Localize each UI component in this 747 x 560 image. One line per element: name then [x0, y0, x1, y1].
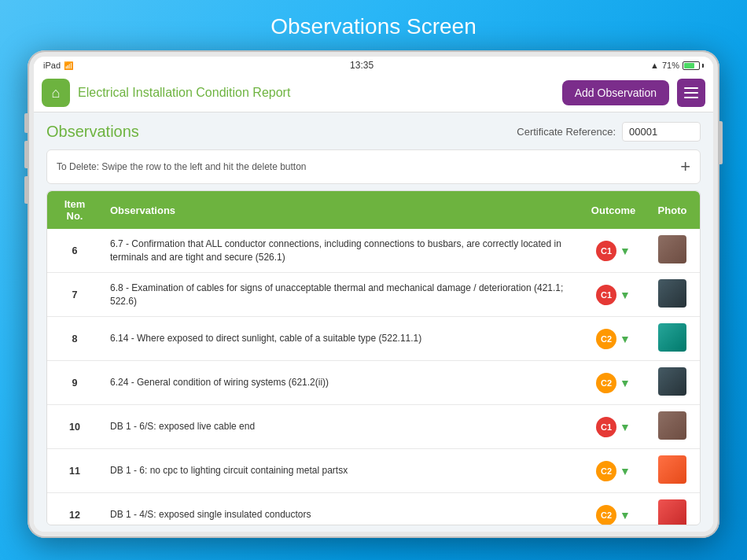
photo-thumbnail[interactable] [658, 235, 686, 263]
add-row-button[interactable]: + [680, 157, 690, 177]
outcome-dropdown-arrow[interactable]: ▼ [620, 421, 631, 433]
outcome-badge: C2 [596, 373, 616, 393]
table-row[interactable]: 12DB 1 - 4/S: exposed single insulated c… [47, 493, 700, 526]
cert-ref-input[interactable] [622, 122, 701, 142]
outcome-cell: C2▼ [590, 461, 637, 481]
outcome-badge: C2 [596, 329, 616, 349]
wifi-icon: 📶 [64, 61, 73, 70]
outcome-cell: C1▼ [590, 285, 637, 305]
outcome-dropdown-arrow[interactable]: ▼ [620, 245, 631, 257]
battery-indicator [683, 61, 704, 70]
cell-photo[interactable] [645, 229, 700, 273]
battery-percent: 71% [662, 61, 679, 70]
ipad-screen: iPad 📶 13:35 ▲ 71% ⌂ Electrical Installa [34, 57, 713, 532]
cell-outcome: C1▼ [582, 273, 645, 317]
outcome-dropdown-arrow[interactable]: ▼ [620, 509, 631, 521]
outcome-cell: C2▼ [590, 329, 637, 349]
photo-thumbnail[interactable] [658, 279, 686, 308]
cell-item-num: 12 [47, 493, 102, 526]
menu-icon-line1 [684, 87, 698, 89]
mute-button [24, 176, 28, 204]
home-icon: ⌂ [52, 85, 61, 101]
status-right: ▲ 71% [650, 61, 704, 70]
menu-icon-line2 [684, 92, 698, 94]
photo-thumbnail[interactable] [658, 499, 686, 525]
table-row[interactable]: 76.8 - Examination of cables for signs o… [47, 273, 700, 317]
cell-observation: 6.7 - Confirmation that ALL conductor co… [102, 229, 582, 273]
cell-observation: DB 1 - 6/S: exposed live cable end [102, 405, 582, 449]
table-row[interactable]: 66.7 - Confirmation that ALL conductor c… [47, 229, 700, 273]
cell-photo[interactable] [645, 405, 700, 449]
table-row[interactable]: 86.14 - Where exposed to direct sunlight… [47, 317, 700, 361]
content-area: Observations Certificate Reference: To D… [34, 112, 713, 532]
volume-up-button [24, 113, 28, 133]
observations-heading: Observations [46, 123, 139, 141]
menu-button[interactable] [677, 79, 705, 107]
col-header-item: Item No. [47, 191, 102, 229]
outcome-cell: C2▼ [590, 373, 637, 393]
cell-photo[interactable] [645, 449, 700, 493]
observations-table: Item No. Observations Outcome Photo 66.7… [47, 191, 700, 525]
home-button[interactable]: ⌂ [42, 79, 70, 107]
observations-table-wrapper: Item No. Observations Outcome Photo 66.7… [46, 190, 701, 525]
battery-body [683, 61, 700, 70]
outcome-badge: C1 [596, 241, 616, 261]
table-row[interactable]: 11DB 1 - 6: no cpc to lighting circuit c… [47, 449, 700, 493]
cell-outcome: C2▼ [582, 493, 645, 526]
col-header-outcome: Outcome [582, 191, 645, 229]
add-observation-button[interactable]: Add Observation [562, 80, 669, 105]
cell-item-num: 6 [47, 229, 102, 273]
table-header-row: Item No. Observations Outcome Photo [47, 191, 700, 229]
table-row[interactable]: 10DB 1 - 6/S: exposed live cable endC1▼ [47, 405, 700, 449]
outcome-dropdown-arrow[interactable]: ▼ [620, 465, 631, 477]
cell-outcome: C1▼ [582, 405, 645, 449]
cell-outcome: C2▼ [582, 449, 645, 493]
status-bar: iPad 📶 13:35 ▲ 71% [34, 57, 713, 74]
photo-thumbnail[interactable] [658, 411, 686, 440]
app-title: Electrical Installation Condition Report [78, 86, 554, 100]
cell-outcome: C2▼ [582, 317, 645, 361]
cell-photo[interactable] [645, 317, 700, 361]
ipad-frame: iPad 📶 13:35 ▲ 71% ⌂ Electrical Installa [28, 50, 719, 538]
cell-item-num: 10 [47, 405, 102, 449]
cert-ref-label: Certificate Reference: [517, 126, 616, 138]
cell-photo[interactable] [645, 361, 700, 405]
battery-tip [702, 64, 704, 68]
device-label: iPad [43, 61, 61, 70]
table-body: 66.7 - Confirmation that ALL conductor c… [47, 229, 700, 525]
outcome-badge: C1 [596, 417, 616, 437]
col-header-photo: Photo [645, 191, 700, 229]
photo-thumbnail[interactable] [658, 455, 686, 484]
outcome-dropdown-arrow[interactable]: ▼ [620, 377, 631, 389]
cell-observation: DB 1 - 6: no cpc to lighting circuit con… [102, 449, 582, 493]
photo-thumbnail[interactable] [658, 367, 686, 396]
cell-photo[interactable] [645, 493, 700, 526]
cert-ref-area: Certificate Reference: [517, 122, 701, 142]
outcome-badge: C2 [596, 505, 616, 525]
outcome-cell: C1▼ [590, 241, 637, 261]
delete-hint-text: To Delete: Swipe the row to the left and… [57, 161, 307, 172]
nav-bar: ⌂ Electrical Installation Condition Repo… [34, 74, 713, 112]
outcome-dropdown-arrow[interactable]: ▼ [620, 333, 631, 345]
clock: 13:35 [350, 60, 374, 71]
cell-observation: DB 1 - 4/S: exposed single insulated con… [102, 493, 582, 526]
cell-outcome: C2▼ [582, 361, 645, 405]
observations-header-row: Observations Certificate Reference: [46, 122, 701, 142]
cell-item-num: 11 [47, 449, 102, 493]
cell-observation: 6.8 - Examination of cables for signs of… [102, 273, 582, 317]
table-header: Item No. Observations Outcome Photo [47, 191, 700, 229]
photo-thumbnail[interactable] [658, 323, 686, 352]
outcome-badge: C2 [596, 461, 616, 481]
cell-item-num: 8 [47, 317, 102, 361]
outcome-cell: C2▼ [590, 505, 637, 525]
cell-observation: 6.14 - Where exposed to direct sunlight,… [102, 317, 582, 361]
outcome-cell: C1▼ [590, 417, 637, 437]
cell-photo[interactable] [645, 273, 700, 317]
volume-down-button [24, 141, 28, 168]
delete-hint-row: To Delete: Swipe the row to the left and… [46, 149, 701, 184]
cell-item-num: 7 [47, 273, 102, 317]
table-row[interactable]: 96.24 - General condition of wiring syst… [47, 361, 700, 405]
outcome-dropdown-arrow[interactable]: ▼ [620, 289, 631, 301]
menu-icon-line3 [684, 97, 698, 98]
cell-observation: 6.24 - General condition of wiring syste… [102, 361, 582, 405]
